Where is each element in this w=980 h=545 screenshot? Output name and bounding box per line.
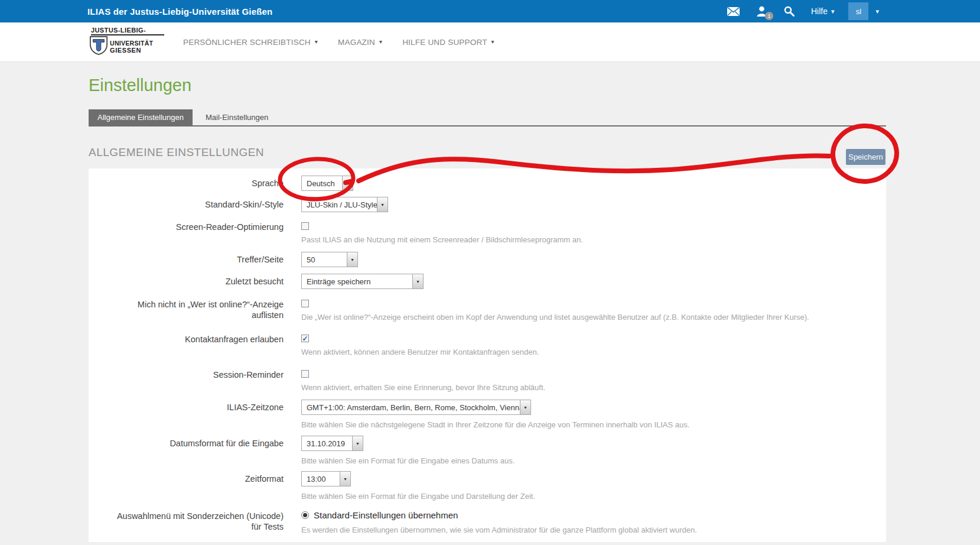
zuletzt-besucht-select[interactable]: Einträge speichern ▼	[301, 274, 424, 289]
form-row-skin: Standard-Skin/-Style JLU-Skin / JLU-Styl…	[89, 197, 886, 212]
logo-line3: GIESSEN	[110, 47, 153, 54]
select-value: Deutsch	[302, 176, 342, 190]
chevron-down-icon: ▼	[377, 197, 388, 212]
tab-mail-einstellungen[interactable]: Mail-Einstellungen	[193, 109, 281, 125]
user-menu-button[interactable]: sl	[848, 2, 868, 20]
form-row-screenreader: Screen-Reader-Optimierung ✓ Passt ILIAS …	[89, 219, 886, 245]
field-help: Bitte wählen Sie ein Format für die Eing…	[301, 491, 535, 501]
select-value: 13:00	[302, 472, 340, 486]
app-title: ILIAS der Justus-Liebig-Universität Gieß…	[87, 7, 272, 17]
logo-line2: UNIVERSITÄT	[110, 40, 153, 47]
field-help: Bitte wählen Sie die nächstgelegene Stad…	[301, 420, 689, 430]
save-button[interactable]: Speichern	[846, 149, 885, 165]
radio-option-label: Standard-Einstellungen übernehmen	[314, 510, 458, 520]
zeitformat-select[interactable]: 13:00 ▼	[301, 471, 351, 486]
chevron-down-icon: ▼	[340, 472, 350, 486]
zeitzone-select[interactable]: GMT+1:00: Amsterdam, Berlin, Bern, Rome,…	[301, 400, 531, 415]
page-title: Einstellungen	[89, 62, 886, 95]
field-label-line1: Mich nicht in „Wer ist online?“-Anzeige	[89, 299, 284, 310]
form-row-session-reminder: Session-Reminder ✓ Wenn aktiviert, erhal…	[89, 367, 886, 392]
field-label: Standard-Skin/-Style	[89, 197, 284, 212]
field-label: Zeitformat	[89, 471, 284, 501]
chevron-down-icon: ▼	[412, 274, 423, 288]
datumsformat-select[interactable]: 31.10.2019 ▼	[301, 436, 363, 451]
sprache-select[interactable]: Deutsch ▼	[301, 176, 353, 191]
form-row-sonderzeichen: Auswahlmenü mit Sonderzeichen (Unicode) …	[89, 508, 886, 535]
check-icon: ✓	[302, 336, 308, 342]
menu-hilfe-und-support[interactable]: HILFE UND SUPPORT ▾	[402, 38, 494, 47]
menu-item-label: HILFE UND SUPPORT	[402, 38, 487, 47]
session-reminder-checkbox[interactable]: ✓	[301, 370, 309, 378]
field-label: Auswahlmenü mit Sonderzeichen (Unicode) …	[89, 508, 284, 535]
field-label-line1: Auswahlmenü mit Sonderzeichen (Unicode)	[89, 511, 284, 521]
main-navbar: JUSTUS-LIEBIG- UNIVERSITÄT GIESSEN PERSÖ…	[0, 22, 980, 62]
form-row-datumsformat: Datumsformat für die Eingabe 31.10.2019 …	[89, 436, 886, 466]
form-row-treffer: Treffer/Seite 50 ▼	[89, 252, 886, 267]
menu-item-label: MAGAZIN	[338, 38, 375, 47]
chevron-down-icon: ▾	[491, 39, 494, 45]
field-label: Screen-Reader-Optimierung	[89, 219, 284, 245]
field-help: Wenn aktiviert, können andere Benutzer m…	[301, 347, 539, 357]
field-label: Mich nicht in „Wer ist online?“-Anzeige …	[89, 297, 284, 322]
menu-item-label: PERSÖNLICHER SCHREIBTISCH	[183, 38, 311, 47]
wer-ist-online-checkbox[interactable]: ✓	[301, 300, 309, 307]
field-label: Session-Reminder	[89, 367, 284, 392]
form-row-zeitzone: ILIAS-Zeitzone GMT+1:00: Amsterdam, Berl…	[89, 400, 886, 430]
field-help: Es werden die Einstellungen übernommen, …	[301, 525, 697, 535]
screenreader-checkbox[interactable]: ✓	[301, 222, 309, 230]
search-icon[interactable]	[776, 0, 803, 22]
logo-line1: JUSTUS-LIEBIG-	[91, 27, 164, 35]
field-label: ILIAS-Zeitzone	[89, 400, 284, 430]
help-label: Hilfe	[811, 7, 828, 16]
field-help: Passt ILIAS an die Nutzung mit einem Scr…	[301, 235, 583, 245]
form-row-zuletzt: Zuletzt besucht Einträge speichern ▼	[89, 274, 886, 289]
tab-allgemeine-einstellungen[interactable]: Allgemeine Einstellungen	[89, 109, 193, 125]
menu-persoenlicher-schreibtisch[interactable]: PERSÖNLICHER SCHREIBTISCH ▾	[183, 38, 318, 47]
settings-form-panel: Sprache Deutsch ▼ Standard-Skin/-Style J…	[89, 168, 886, 542]
chevron-down-icon: ▼	[347, 252, 357, 267]
main-content: Einstellungen Allgemeine Einstellungen M…	[89, 62, 886, 542]
skin-style-select[interactable]: JLU-Skin / JLU-Style ▼	[301, 197, 388, 212]
form-row-wer-ist-online: Mich nicht in „Wer ist online?“-Anzeige …	[89, 297, 886, 322]
university-logo[interactable]: JUSTUS-LIEBIG- UNIVERSITÄT GIESSEN	[89, 27, 164, 57]
chevron-down-icon: ▾	[379, 39, 382, 45]
chevron-down-icon: ▾	[831, 8, 835, 15]
chevron-down-icon: ▼	[352, 436, 363, 450]
chevron-down-icon: ▼	[342, 176, 353, 190]
field-label: Kontaktanfragen erlauben	[89, 332, 284, 357]
field-label: Treffer/Seite	[89, 252, 284, 267]
university-shield-icon	[89, 36, 109, 57]
chevron-down-icon[interactable]: ▾	[868, 8, 886, 15]
tab-bar: Allgemeine Einstellungen Mail-Einstellun…	[89, 109, 886, 126]
select-value: JLU-Skin / JLU-Style	[302, 197, 377, 212]
chevron-down-icon: ▼	[520, 400, 530, 414]
menu-magazin[interactable]: MAGAZIN ▾	[338, 38, 382, 47]
field-label-line2: auflisten	[89, 310, 284, 320]
field-help: Bitte wählen Sie ein Format für die Eing…	[301, 456, 515, 466]
user-notifications-icon[interactable]: 1	[748, 0, 776, 22]
field-help: Wenn aktiviert, erhalten Sie eine Erinne…	[301, 382, 545, 392]
field-label: Sprache	[89, 176, 284, 191]
main-menu: PERSÖNLICHER SCHREIBTISCH ▾ MAGAZIN ▾ HI…	[183, 38, 494, 47]
help-menu-button[interactable]: Hilfe ▾	[803, 0, 843, 22]
form-row-sprache: Sprache Deutsch ▼	[89, 176, 886, 191]
chevron-down-icon: ▾	[315, 39, 318, 45]
treffer-select[interactable]: 50 ▼	[301, 252, 358, 267]
select-value: GMT+1:00: Amsterdam, Berlin, Bern, Rome,…	[302, 400, 520, 414]
field-help: Die „Wer ist online?“-Anzeige erscheint …	[301, 312, 809, 322]
field-label-line2: für Tests	[89, 521, 284, 532]
mail-icon[interactable]	[719, 0, 748, 22]
select-value: 50	[302, 252, 347, 267]
field-label: Datumsformat für die Eingabe	[89, 436, 284, 466]
form-row-kontaktanfragen: Kontaktanfragen erlauben ✓ Wenn aktivier…	[89, 332, 886, 357]
field-label: Zuletzt besucht	[89, 274, 284, 289]
select-value: 31.10.2019	[302, 436, 352, 450]
section-heading: ALLGEMEINE EINSTELLUNGEN	[89, 146, 886, 159]
notification-badge: 1	[765, 12, 773, 20]
select-value: Einträge speichern	[302, 274, 412, 288]
top-bar: ILIAS der Justus-Liebig-Universität Gieß…	[0, 0, 980, 22]
kontaktanfragen-checkbox[interactable]: ✓	[301, 335, 309, 342]
standard-einstellungen-radio[interactable]	[301, 511, 309, 519]
form-row-zeitformat: Zeitformat 13:00 ▼ Bitte wählen Sie ein …	[89, 471, 886, 501]
